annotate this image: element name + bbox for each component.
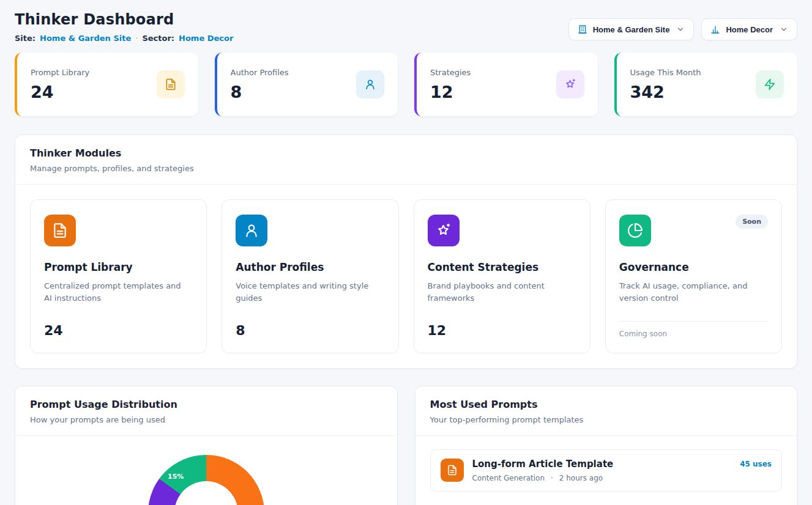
sparkle-star-icon xyxy=(428,215,460,246)
module-title: Content Strategies xyxy=(428,261,576,273)
user-icon xyxy=(236,215,267,246)
site-selector-label: Home & Garden Site xyxy=(593,25,670,34)
soon-badge: Soon xyxy=(736,215,768,229)
sparkle-star-icon xyxy=(556,70,584,98)
stat-label: Strategies xyxy=(430,68,471,77)
header-left: Thinker Dashboard Site: Home & Garden Si… xyxy=(15,11,233,43)
chevron-down-icon xyxy=(676,25,685,34)
sector-selector-dropdown[interactable]: Home Decor xyxy=(701,18,797,40)
prompt-usage-card: Prompt Usage Distribution How your promp… xyxy=(15,386,398,505)
document-icon xyxy=(157,70,185,98)
donut-segment-label: 15% xyxy=(168,473,184,481)
sector-label: Sector: xyxy=(142,34,174,43)
usage-card-header: Prompt Usage Distribution How your promp… xyxy=(15,386,397,436)
stat-card-usage: Usage This Month 342 xyxy=(614,53,798,116)
sector-link[interactable]: Home Decor xyxy=(179,34,233,43)
page-title: Thinker Dashboard xyxy=(15,11,233,28)
site-label: Site: xyxy=(15,34,35,43)
module-description: Track AI usage, compliance, and version … xyxy=(619,280,768,304)
module-card-prompt-library[interactable]: Prompt Library Centralized prompt templa… xyxy=(30,199,207,353)
usage-card-title: Prompt Usage Distribution xyxy=(30,399,382,410)
module-description: Centralized prompt templates and AI inst… xyxy=(44,280,193,304)
pie-chart-icon xyxy=(619,215,651,246)
prompt-meta: Content Generation · 2 hours ago xyxy=(472,474,732,482)
most-used-header: Most Used Prompts Your top-performing pr… xyxy=(415,386,797,436)
prompt-list: Long-form Article Template Content Gener… xyxy=(415,436,797,505)
breadcrumb: Site: Home & Garden Site · Sector: Home … xyxy=(15,34,233,43)
stat-label: Prompt Library xyxy=(31,68,89,77)
prompt-time: 2 hours ago xyxy=(559,474,603,482)
chevron-down-icon xyxy=(780,25,788,34)
module-count: 12 xyxy=(428,323,576,338)
page-header: Thinker Dashboard Site: Home & Garden Si… xyxy=(15,11,797,43)
stat-card-prompt-library: Prompt Library 24 xyxy=(15,53,198,116)
module-description: Voice templates and writing style guides xyxy=(236,280,384,304)
stat-value: 342 xyxy=(630,83,701,101)
coming-soon-text: Coming soon xyxy=(619,321,768,338)
usage-donut-chart: 15% xyxy=(148,455,264,505)
prompt-list-item[interactable]: Long-form Article Template Content Gener… xyxy=(430,449,783,492)
building-icon xyxy=(578,24,587,34)
prompt-uses-badge: 45 uses xyxy=(740,460,772,468)
stat-value: 24 xyxy=(31,83,89,101)
site-link[interactable]: Home & Garden Site xyxy=(40,34,131,43)
module-description: Brand playbooks and content frameworks xyxy=(428,280,576,304)
prompt-title: Long-form Article Template xyxy=(472,459,732,470)
meta-dot: · xyxy=(551,474,553,482)
module-count: 24 xyxy=(44,323,193,338)
stat-value: 8 xyxy=(231,83,289,101)
stat-value: 12 xyxy=(430,83,471,101)
most-used-subtitle: Your top-performing prompt templates xyxy=(430,415,783,424)
document-icon xyxy=(441,459,464,482)
lightning-icon xyxy=(756,70,784,98)
sector-selector-label: Home Decor xyxy=(726,25,773,34)
user-icon xyxy=(356,70,384,98)
document-icon xyxy=(44,215,76,246)
module-card-governance: Soon Governance Track AI usage, complian… xyxy=(605,199,782,353)
most-used-title: Most Used Prompts xyxy=(430,399,783,410)
thinker-modules-panel: Thinker Modules Manage prompts, profiles… xyxy=(15,135,797,369)
module-title: Author Profiles xyxy=(236,261,384,273)
module-card-content-strategies[interactable]: Content Strategies Brand playbooks and c… xyxy=(414,199,590,353)
modules-subtitle: Manage prompts, profiles, and strategies xyxy=(30,164,782,173)
stats-row: Prompt Library 24 Author Profiles 8 Stra… xyxy=(15,53,797,116)
module-card-author-profiles[interactable]: Author Profiles Voice templates and writ… xyxy=(222,199,398,353)
modules-grid: Prompt Library Centralized prompt templa… xyxy=(15,185,797,368)
usage-chart-area: 15% xyxy=(15,436,397,505)
stat-label: Author Profiles xyxy=(231,68,289,77)
module-count: 8 xyxy=(236,323,384,338)
usage-card-subtitle: How your prompts are being used xyxy=(30,415,382,424)
prompt-category: Content Generation xyxy=(472,474,545,482)
stat-label: Usage This Month xyxy=(630,68,701,77)
module-title: Governance xyxy=(619,261,768,273)
modules-panel-header: Thinker Modules Manage prompts, profiles… xyxy=(15,135,797,185)
dashboard-page: Thinker Dashboard Site: Home & Garden Si… xyxy=(0,0,812,505)
site-selector-dropdown[interactable]: Home & Garden Site xyxy=(568,18,695,40)
module-title: Prompt Library xyxy=(44,261,193,273)
stat-card-author-profiles: Author Profiles 8 xyxy=(215,53,398,116)
most-used-prompts-card: Most Used Prompts Your top-performing pr… xyxy=(415,386,798,505)
bottom-row: Prompt Usage Distribution How your promp… xyxy=(15,386,797,505)
header-selectors: Home & Garden Site Home Decor xyxy=(568,18,797,40)
modules-title: Thinker Modules xyxy=(30,147,782,159)
stat-card-strategies: Strategies 12 xyxy=(414,53,598,116)
breadcrumb-dot: · xyxy=(135,34,138,43)
bar-chart-icon xyxy=(710,24,720,34)
